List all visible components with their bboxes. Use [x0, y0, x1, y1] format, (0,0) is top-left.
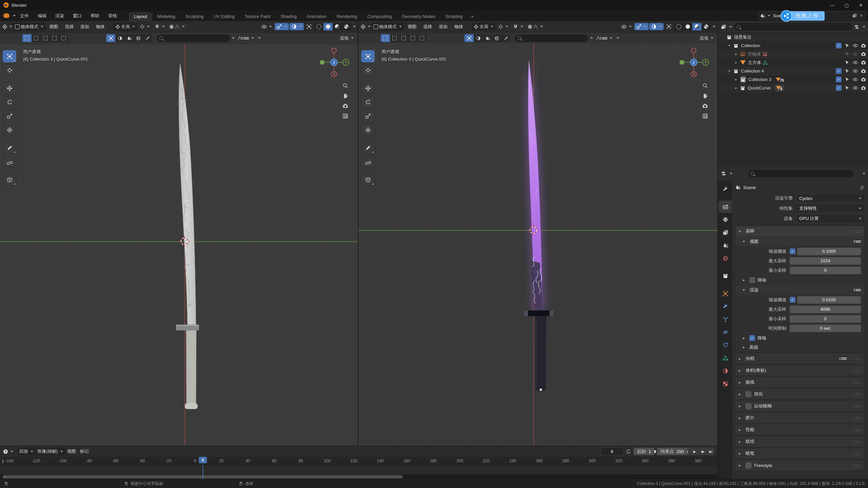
shading-rendered[interactable] [702, 23, 711, 30]
pivot-icon[interactable] [140, 24, 145, 29]
select-mode-extend[interactable] [390, 34, 399, 42]
texture-data-icon[interactable] [763, 52, 767, 57]
setting-checkbox[interactable]: ✓ [790, 297, 795, 303]
move-icon[interactable] [7, 85, 13, 91]
xray-icon[interactable] [307, 24, 312, 29]
brush-icon[interactable] [504, 36, 508, 41]
tool-transform[interactable] [361, 124, 375, 136]
tool-add-cube[interactable] [361, 174, 375, 186]
play-button[interactable]: ▶ [690, 448, 698, 455]
render-toggle-icon[interactable] [861, 52, 866, 57]
maximize-button[interactable]: ▢ [840, 0, 854, 10]
preset-list-icon[interactable] [841, 358, 847, 360]
selectable-toggle-icon[interactable] [845, 85, 850, 90]
select-box-icon[interactable] [365, 54, 371, 59]
include-checkbox[interactable]: ✓ [836, 68, 842, 74]
outliner-row[interactable]: 场景集合 [718, 33, 868, 41]
cursor-icon[interactable] [365, 67, 371, 73]
properties-tab-output[interactable] [718, 214, 732, 226]
viewport-right[interactable]: 物体模式视图选择添加物体全局 选项 [358, 21, 717, 446]
setting-value-field[interactable]: 4096 [790, 306, 861, 313]
options-dropdown[interactable]: 选项 [697, 34, 715, 42]
overlays-toggle[interactable] [649, 23, 664, 30]
transform-icon[interactable] [7, 127, 13, 133]
measure-icon[interactable] [365, 159, 371, 165]
globe-icon[interactable] [136, 36, 141, 41]
viewport-search[interactable] [157, 35, 230, 42]
physics-tab-icon[interactable] [723, 329, 728, 335]
add-cube-icon[interactable] [365, 177, 371, 183]
next-keyframe-button[interactable]: •▶ [698, 448, 707, 455]
select-mode-subtract[interactable] [41, 34, 50, 42]
nav-gizmo[interactable]: Y Z X [677, 46, 710, 79]
mode-dropdown[interactable]: 物体模式 [13, 23, 45, 31]
visibility-icon[interactable] [621, 24, 627, 29]
setting-value-field[interactable]: 0.0100 [797, 296, 861, 304]
denoise-row[interactable]: ▸降噪 [735, 276, 864, 285]
menu-窗口[interactable]: 窗口 [68, 11, 86, 21]
select-mode-set[interactable] [381, 34, 390, 42]
box-icon[interactable] [727, 35, 732, 40]
section-性能[interactable]: ▸性能 [735, 424, 865, 435]
select-mode-intersect[interactable] [59, 34, 68, 42]
properties-tab-scene[interactable] [718, 239, 732, 251]
mode-dropdown[interactable]: 物体模式 [371, 23, 404, 31]
field-dropdown[interactable]: Cycles [796, 194, 865, 203]
selectable-toggle-icon[interactable] [845, 43, 850, 48]
timeline-menu-抠像(插帧)[interactable]: 抠像(插帧) [35, 447, 65, 455]
collection-tab-icon[interactable] [723, 273, 728, 279]
section-烘培[interactable]: ▸烘培 [735, 436, 865, 447]
nav-gizmo[interactable]: Y Z X [318, 46, 350, 79]
options-dropdown[interactable]: 选项 [338, 34, 356, 42]
falloff-list-dropdown[interactable] [235, 35, 256, 42]
tool-annotate[interactable] [361, 142, 375, 154]
proportional-icon[interactable] [528, 25, 532, 29]
jump-end-button[interactable]: ▶| [707, 448, 715, 455]
camera-view-icon[interactable] [702, 103, 708, 109]
orientation-dropdown[interactable]: 全局 [472, 23, 495, 31]
denoise-checkbox[interactable]: ✓ [749, 335, 755, 341]
falloff-icon[interactable] [175, 24, 180, 29]
tab-texture-paint[interactable]: Texture Paint [240, 12, 276, 21]
viewport-left[interactable]: 物体模式视图选择添加物体全局 选项 [0, 21, 358, 446]
tool-scale[interactable] [361, 110, 375, 122]
xray-toggle[interactable] [304, 23, 314, 30]
properties-tab-collection[interactable] [718, 270, 732, 282]
tab-scripting[interactable]: Scripting [440, 12, 468, 21]
select-mode-set[interactable] [22, 34, 32, 42]
tool-annotate[interactable] [3, 142, 16, 154]
tool-move[interactable] [361, 82, 375, 94]
droplet-icon[interactable] [127, 36, 132, 41]
selectable-toggle-icon[interactable] [845, 77, 850, 82]
object-tab-icon[interactable] [723, 291, 728, 297]
overlays-icon[interactable] [292, 24, 297, 29]
outliner-row[interactable]: ▸立方体 [718, 58, 868, 67]
snap-icon[interactable] [513, 24, 518, 29]
viewport-search[interactable] [515, 35, 588, 42]
playhead[interactable]: 6 [199, 458, 207, 463]
scene-tab-icon[interactable] [723, 243, 728, 248]
bracket-toggle[interactable] [465, 34, 474, 42]
tool-transform[interactable] [3, 124, 16, 136]
viewport-menu-物体[interactable]: 物体 [93, 22, 108, 31]
proportional-group[interactable] [526, 23, 545, 30]
section-胶片[interactable]: ▸胶片 [735, 412, 865, 423]
hide-toggle-icon[interactable] [853, 68, 858, 74]
visibility-dropdown[interactable] [619, 23, 634, 30]
selectable-toggle-icon[interactable] [845, 52, 850, 57]
timeline-scrollbar[interactable] [0, 474, 717, 479]
render-toggle-icon[interactable] [861, 68, 866, 74]
timeline-editor-icon[interactable] [3, 449, 8, 454]
section-蜡笔[interactable]: ▸蜡笔 [735, 448, 865, 459]
properties-tab-modifiers[interactable] [718, 300, 732, 312]
shading-wireframe[interactable] [674, 23, 683, 30]
properties-tab-particles[interactable] [718, 313, 732, 325]
tab-layout[interactable]: Layout [129, 12, 152, 21]
bracket-toggle[interactable] [106, 34, 115, 42]
tool-select-box[interactable] [361, 50, 375, 62]
matsphere-icon[interactable] [476, 36, 481, 41]
setting-value-field[interactable]: 0 [790, 267, 861, 274]
preset-list-icon[interactable] [855, 241, 861, 243]
droplet-toggle[interactable] [483, 34, 492, 42]
current-frame-field[interactable]: 6 [601, 447, 623, 455]
